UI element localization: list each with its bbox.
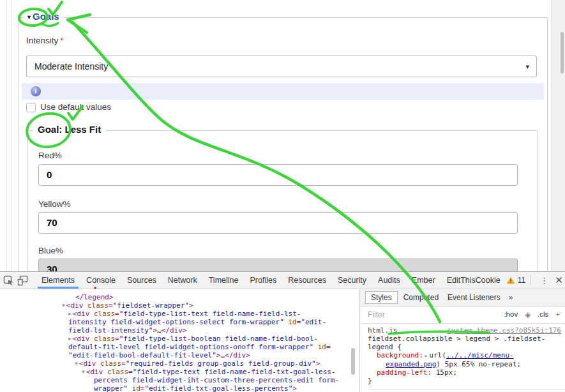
tab-ember[interactable]: Ember: [406, 273, 441, 289]
code-token: <div: [79, 359, 96, 368]
code-token: [89, 310, 94, 318]
yellow-percent-label: Yellow%: [38, 199, 71, 209]
code-line[interactable]: </legend>: [0, 293, 359, 301]
info-icon[interactable]: i: [31, 86, 41, 96]
code-token: "field-type-text field-name-field-txt-go…: [133, 368, 336, 376]
use-default-values-checkbox[interactable]: [26, 103, 36, 112]
devtools-panel: Elements Console Sources Network Timelin…: [0, 271, 565, 392]
code-line[interactable]: "edit-field-bool-default-fit-level">…</d…: [0, 351, 359, 359]
code-token: <div: [73, 335, 90, 343]
tree-toggle-icon[interactable]: ▼: [75, 361, 78, 366]
tab-console[interactable]: Console: [80, 273, 121, 289]
code-token: class: [94, 310, 115, 318]
device-toolbar-icon[interactable]: [17, 274, 28, 287]
intensity-select[interactable]: Moderate Intensity ▾: [26, 56, 537, 77]
toggle-element-state-button[interactable]: :hov: [504, 310, 518, 319]
code-line[interactable]: ▼<div class="field-type-text field-name-…: [0, 368, 359, 376]
subtab-event-listeners[interactable]: Event Listeners: [443, 293, 505, 302]
code-token: [128, 384, 132, 392]
code-line[interactable]: field-lst-intensity">…</div>: [0, 326, 359, 335]
rule-divider: [368, 389, 565, 389]
subtab-styles[interactable]: Styles: [365, 291, 398, 304]
tab-resources[interactable]: Resources: [282, 273, 332, 289]
tree-toggle-icon[interactable]: ▶: [68, 311, 72, 317]
code-token: [89, 335, 94, 343]
tree-toggle-icon[interactable]: ▼: [82, 369, 85, 375]
blue-percent-label: Blue%: [38, 246, 63, 255]
expand-triangle-icon[interactable]: ▸: [423, 352, 429, 359]
styles-filter-bar: Filter :hov ◈ .cls +: [360, 306, 565, 324]
tab-network[interactable]: Network: [162, 273, 203, 289]
code-token: id: [132, 384, 140, 392]
goals-legend-label: Goals: [33, 11, 59, 22]
code-line[interactable]: ▶<div class="field-type-list-boolean fie…: [0, 335, 359, 343]
css-property-name[interactable]: background: [377, 351, 419, 359]
page-border-line: [6, 0, 7, 271]
code-token: =: [128, 368, 133, 376]
element-classes-button[interactable]: .cls: [538, 310, 548, 319]
css-close-brace: }: [368, 377, 565, 385]
close-icon[interactable]: ✕: [554, 275, 565, 286]
elements-scrollbar-thumb[interactable]: [351, 348, 355, 375]
code-token: >: [189, 301, 193, 310]
code-token: wrapper": [94, 384, 128, 392]
code-line[interactable]: intensity field-widget-options-select fo…: [0, 318, 359, 326]
css-property-name[interactable]: padding-left: [377, 368, 427, 377]
css-url-link[interactable]: expanded.png: [386, 360, 436, 368]
code-token: class: [94, 335, 115, 343]
filter-diamond-icon[interactable]: ◈: [525, 310, 531, 319]
intensity-select-value: Moderate Intensity: [34, 61, 108, 72]
code-token: "field-type-list-text field-name-field-l…: [119, 310, 301, 318]
warning-icon[interactable]: [506, 276, 515, 284]
overflow-menu-icon[interactable]: ⋮: [535, 276, 554, 285]
styles-filter-input[interactable]: Filter: [368, 310, 385, 319]
yellow-percent-input[interactable]: 70: [38, 212, 518, 234]
warning-count[interactable]: 11: [518, 276, 525, 285]
new-style-rule-button[interactable]: +: [555, 310, 560, 319]
css-property-row[interactable]: background:▸url(../../misc/menu-: [368, 351, 565, 360]
info-message-bar: i: [22, 83, 544, 100]
code-line[interactable]: default-fit-level field-widget-options-o…: [0, 343, 359, 351]
subtab-overflow-icon[interactable]: »: [505, 293, 517, 302]
css-value: ) 5px 65% no-repeat;: [436, 360, 520, 368]
css-property-row[interactable]: padding-left: 15px;: [368, 368, 565, 377]
code-line[interactable]: wrapper" id="edit-field-txt-goal-less-pe…: [0, 384, 359, 392]
subtab-computed[interactable]: Computed: [399, 293, 443, 302]
page-scrollbar-thumb[interactable]: [561, 32, 564, 73]
use-default-values-label[interactable]: Use default values: [40, 102, 111, 112]
tab-audits[interactable]: Audits: [372, 273, 406, 289]
code-line[interactable]: ▶<div class="field-type-list-text field-…: [0, 310, 359, 318]
page-border-line: [11, 0, 11, 271]
code-line[interactable]: ▼<div class="required-fields group-goals…: [0, 359, 359, 368]
code-token: …: [157, 326, 162, 335]
css-url-link[interactable]: ../../misc/menu-: [446, 351, 514, 359]
elements-tree[interactable]: </legend>▼<div class="fieldset-wrapper">…: [0, 289, 359, 392]
code-token: field-lst-intensity": [68, 326, 153, 335]
css-selector-line[interactable]: legend {: [368, 343, 565, 351]
code-line[interactable]: ▼<div class="fieldset-wrapper">: [0, 301, 359, 310]
collapse-caret-icon: ▾: [27, 13, 31, 20]
inspect-element-icon[interactable]: [3, 274, 14, 287]
css-property-row[interactable]: expanded.png) 5px 65% no-repeat;: [368, 360, 565, 368]
css-selector-line[interactable]: fieldset.collapsible > legend > .fieldse…: [368, 335, 565, 343]
code-line[interactable]: percents field-widget-iht-custom-three-p…: [0, 376, 359, 384]
tab-elements[interactable]: Elements: [36, 273, 80, 289]
tree-toggle-icon[interactable]: ▼: [62, 303, 65, 308]
code-token: [103, 368, 107, 376]
code-token: =: [115, 335, 119, 343]
blue-percent-input[interactable]: 30: [38, 259, 518, 271]
code-token: "edit-field-bool-default-fit-level": [68, 351, 216, 359]
tab-profiles[interactable]: Profiles: [244, 273, 282, 289]
code-token: >: [292, 384, 297, 392]
tab-timeline[interactable]: Timeline: [203, 273, 245, 289]
tab-security[interactable]: Security: [332, 273, 372, 289]
css-source-link[interactable]: system.theme.css?o85k5i:176: [447, 326, 561, 335]
tab-editthiscookie[interactable]: EditThisCookie: [441, 273, 506, 289]
page-scrollbar[interactable]: [551, 0, 565, 271]
code-token: "fieldset-wrapper": [113, 301, 189, 310]
tab-sources[interactable]: Sources: [121, 273, 162, 289]
goals-fieldset-legend[interactable]: ▾Goals: [24, 11, 63, 22]
red-percent-input[interactable]: 0: [38, 164, 518, 186]
code-token: [313, 343, 318, 351]
tree-toggle-icon[interactable]: ▶: [68, 336, 72, 342]
